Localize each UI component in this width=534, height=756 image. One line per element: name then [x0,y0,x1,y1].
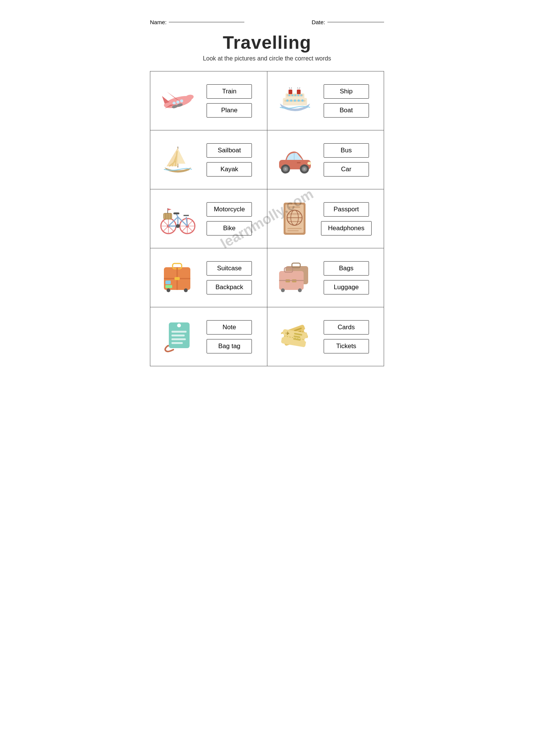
bicycle-icon [157,203,199,235]
cell-tickets: ✈ [267,307,384,366]
header-fields: Name: Date: [150,19,384,25]
svg-point-22 [297,94,299,96]
word-box-kayak[interactable]: Kayak [207,162,252,177]
svg-marker-71 [168,208,171,211]
grid-row-4: Suitcase Backpack [150,248,384,307]
svg-point-101 [298,288,302,292]
word-box-plane[interactable]: Plane [207,103,252,118]
svg-rect-25 [297,90,301,94]
ship-options: Ship Boat [316,84,377,118]
svg-rect-63 [173,212,179,214]
word-box-bike[interactable]: Bike [207,221,252,235]
cell-bicycle: Motorcycle Bike [150,189,267,248]
word-box-passport[interactable]: Passport [324,202,369,217]
word-box-cards[interactable]: Cards [324,320,369,335]
svg-point-20 [291,94,293,96]
ship-icon [274,87,316,115]
svg-point-5 [173,102,176,105]
svg-rect-83 [287,230,299,231]
passport-icon [274,201,316,237]
bagtag-icon [157,319,199,355]
svg-rect-91 [165,280,171,284]
cell-ship: Ship Boat [267,71,384,130]
date-label: Date: [312,19,325,25]
svg-point-23 [300,94,302,96]
svg-point-3 [180,99,183,102]
grid-row-2: Sailboat Kayak [150,130,384,189]
cell-passport: Passport Headphones [267,189,384,248]
word-box-headphones[interactable]: Headphones [321,221,372,235]
word-box-note[interactable]: Note [207,320,252,335]
word-box-train[interactable]: Train [207,84,252,99]
name-line [169,22,244,22]
svg-rect-88 [174,277,180,280]
word-box-tickets[interactable]: Tickets [324,339,369,353]
svg-rect-92 [165,285,172,288]
cell-suitcase: Suitcase Backpack [150,248,267,307]
svg-rect-106 [171,338,186,340]
bicycle-options: Motorcycle Bike [199,202,260,235]
word-box-boat[interactable]: Boat [324,103,369,118]
svg-rect-104 [171,331,187,333]
svg-point-100 [281,288,285,292]
worksheet-grid-wrapper: learnmolly.com [150,71,384,366]
date-line [327,22,384,22]
date-field: Date: [312,19,384,25]
tickets-icon: ✈ [274,321,316,353]
luggage-icon [274,262,316,294]
cell-bagtag: Note Bag tag [150,307,267,366]
svg-line-26 [289,87,290,89]
word-box-luggage[interactable]: Luggage [324,280,369,294]
suitcase-options: Suitcase Backpack [199,261,260,294]
svg-marker-35 [178,149,185,164]
svg-point-13 [290,99,292,102]
svg-point-19 [288,94,290,96]
grid-row-3: Motorcycle Bike [150,189,384,248]
svg-rect-66 [164,213,172,219]
bagtag-options: Note Bag tag [199,320,260,353]
svg-line-62 [176,214,178,217]
word-box-backpack[interactable]: Backpack [207,280,252,294]
word-box-bags[interactable]: Bags [324,261,369,276]
svg-point-90 [184,288,188,292]
svg-point-103 [177,324,181,327]
page-title: Travelling [150,32,384,53]
svg-line-27 [291,87,292,89]
word-box-motorcycle[interactable]: Motorcycle [207,202,252,217]
car-options: Bus Car [316,143,377,177]
word-box-ship[interactable]: Ship [324,84,369,99]
svg-point-14 [294,99,296,102]
svg-point-4 [176,101,179,104]
luggage-options: Bags Luggage [316,261,377,294]
page: Name: Date: Travelling Look at the pictu… [135,8,399,381]
word-box-car[interactable]: Car [324,162,369,177]
svg-point-16 [301,99,304,102]
suitcase-icon [157,260,199,296]
svg-point-21 [294,94,296,96]
cell-car: Bus Car [267,130,384,189]
passport-options: Passport Headphones [316,202,377,235]
word-box-bus[interactable]: Bus [324,143,369,158]
name-label: Name: [150,19,167,25]
word-box-bagtag[interactable]: Bag tag [207,339,252,353]
svg-rect-24 [289,90,292,94]
plane-icon [157,88,199,114]
cell-plane: Train Plane [150,71,267,130]
grid-row-5: Note Bag tag [150,307,384,366]
plane-options: Train Plane [199,84,260,118]
word-box-sailboat[interactable]: Sailboat [207,143,252,158]
svg-line-29 [299,87,300,89]
tickets-options: Cards Tickets [316,320,377,353]
cell-luggage: Bags Luggage [267,248,384,307]
word-box-suitcase[interactable]: Suitcase [207,261,252,276]
sailboat-icon [157,143,199,177]
svg-point-89 [167,288,170,292]
svg-point-43 [303,168,306,170]
grid-row-1: Train Plane [150,71,384,130]
page-subtitle: Look at the pictures and circle the corr… [150,55,384,62]
car-icon [274,146,316,174]
svg-rect-44 [297,162,301,163]
svg-line-28 [298,87,298,89]
svg-rect-82 [287,228,302,229]
svg-point-12 [286,99,289,102]
